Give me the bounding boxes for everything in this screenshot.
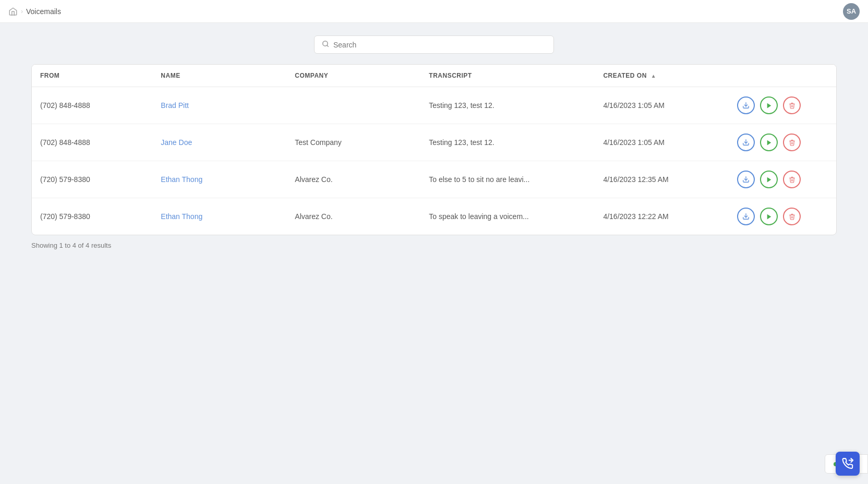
col-header-transcript: TRANSCRIPT [420, 65, 595, 87]
svg-line-1 [327, 45, 329, 47]
cell-actions [729, 198, 836, 235]
voicemails-table-container: FROM NAME COMPANY TRANSCRIPT CREATED ON … [31, 64, 837, 235]
cell-company: Test Company [286, 124, 420, 161]
svg-marker-9 [767, 214, 771, 219]
delete-button[interactable] [783, 208, 801, 225]
cell-name[interactable]: Jane Doe [152, 124, 286, 161]
play-button[interactable] [760, 96, 778, 114]
col-header-actions [729, 65, 836, 87]
phone-fab-button[interactable] [836, 452, 860, 476]
col-header-name: NAME [152, 65, 286, 87]
delete-button[interactable] [783, 96, 801, 114]
download-button[interactable] [737, 171, 755, 188]
play-button[interactable] [760, 134, 778, 151]
cell-company: Alvarez Co. [286, 161, 420, 198]
sort-arrow-icon: ▲ [651, 73, 656, 79]
cell-from: (702) 848-4888 [32, 87, 152, 124]
main-content: FROM NAME COMPANY TRANSCRIPT CREATED ON … [0, 23, 868, 268]
table-row: (720) 579-8380 Ethan Thong Alvarez Co. T… [32, 161, 836, 198]
cell-transcript: Testing 123, test 12. [420, 124, 595, 161]
showing-results-text: Showing 1 to 4 of 4 results [31, 241, 111, 249]
cell-transcript: To speak to leaving a voicem... [420, 198, 595, 235]
search-box [314, 35, 554, 54]
cell-transcript: Testing 123, test 12. [420, 87, 595, 124]
download-button[interactable] [737, 208, 755, 225]
cell-name[interactable]: Ethan Thong [152, 198, 286, 235]
cell-created-on: 4/16/2023 1:05 AM [595, 124, 729, 161]
voicemails-table: FROM NAME COMPANY TRANSCRIPT CREATED ON … [32, 65, 836, 235]
table-row: (702) 848-4888 Jane Doe Test Company Tes… [32, 124, 836, 161]
home-icon[interactable] [8, 7, 18, 16]
table-row: (720) 579-8380 Ethan Thong Alvarez Co. T… [32, 198, 836, 235]
svg-marker-7 [767, 177, 771, 182]
cell-from: (720) 579-8380 [32, 161, 152, 198]
cell-created-on: 4/16/2023 12:35 AM [595, 161, 729, 198]
cell-from: (720) 579-8380 [32, 198, 152, 235]
cell-actions [729, 124, 836, 161]
delete-button[interactable] [783, 171, 801, 188]
download-button[interactable] [737, 96, 755, 114]
download-button[interactable] [737, 134, 755, 151]
search-icon [322, 40, 329, 49]
cell-transcript: To else to 5 to sit no are leavi... [420, 161, 595, 198]
cell-name[interactable]: Ethan Thong [152, 161, 286, 198]
cell-created-on: 4/16/2023 1:05 AM [595, 87, 729, 124]
avatar[interactable]: SA [843, 3, 860, 20]
play-button[interactable] [760, 171, 778, 188]
breadcrumb-title: Voicemails [26, 7, 61, 16]
cell-company: Alvarez Co. [286, 198, 420, 235]
topbar: › Voicemails SA [0, 0, 868, 23]
table-row: (702) 848-4888 Brad Pitt Testing 123, te… [32, 87, 836, 124]
svg-marker-5 [767, 140, 771, 145]
cell-created-on: 4/16/2023 12:22 AM [595, 198, 729, 235]
status-bar: Showing 1 to 4 of 4 results [31, 235, 837, 256]
col-header-company: COMPANY [286, 65, 420, 87]
cell-from: (702) 848-4888 [32, 124, 152, 161]
svg-marker-3 [767, 103, 771, 108]
col-header-from: FROM [32, 65, 152, 87]
cell-name[interactable]: Brad Pitt [152, 87, 286, 124]
cell-actions [729, 87, 836, 124]
cell-actions [729, 161, 836, 198]
search-input[interactable] [333, 41, 546, 49]
breadcrumb-chevron: › [21, 8, 23, 15]
cell-company [286, 87, 420, 124]
col-header-created-on[interactable]: CREATED ON ▲ [595, 65, 729, 87]
delete-button[interactable] [783, 134, 801, 151]
play-button[interactable] [760, 208, 778, 225]
table-header-row: FROM NAME COMPANY TRANSCRIPT CREATED ON … [32, 65, 836, 87]
search-container [31, 35, 837, 54]
